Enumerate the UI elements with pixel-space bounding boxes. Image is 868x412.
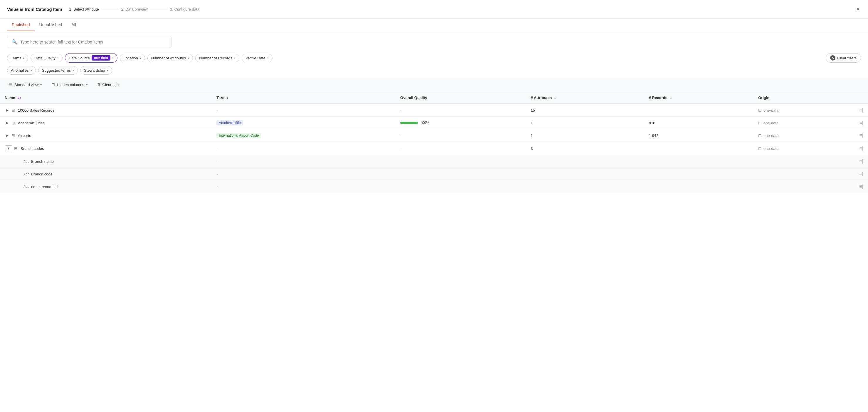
name-sort-icon[interactable]: ≡↑ (17, 96, 21, 100)
tab-all[interactable]: All (67, 19, 81, 31)
row-2-origin: ⊡ one-data (753, 117, 855, 129)
filter-terms-label: Terms (11, 56, 21, 60)
branch-code-attributes (526, 168, 644, 180)
row-2-name: Academic Titles (18, 121, 44, 125)
branch-name-quality (396, 155, 526, 168)
filter-stewardship-chevron: ▾ (107, 69, 108, 72)
filter-data-source[interactable]: Data Source one-data ▾ (65, 53, 118, 63)
dmm-label: dmm_record_id (31, 184, 58, 189)
tab-published[interactable]: Published (7, 19, 35, 31)
branch-name-menu[interactable]: ≡| (855, 155, 868, 168)
clear-filters-icon: ✕ (830, 55, 835, 61)
filter-suggested-terms[interactable]: Suggested terms ▾ (38, 66, 78, 75)
branch-name-origin (753, 155, 855, 168)
branch-code-label: Branch code (31, 172, 53, 176)
table-row: ▼ ⊞ Branch codes - - 3 ⊡ one-data (0, 142, 868, 155)
filter-profile-date[interactable]: Profile Date ▾ (242, 54, 273, 62)
name-cell: ▶ ⊞ 10000 Sales Records (0, 104, 212, 117)
filter-location[interactable]: Location ▾ (120, 54, 145, 62)
row-3-expand-button[interactable]: ▶ (5, 133, 10, 138)
table-icon: ⊞ (11, 120, 15, 125)
filter-location-chevron: ▾ (140, 56, 141, 60)
row-3-origin-icon: ⊡ (758, 133, 762, 138)
dmm-type: Abc (24, 185, 29, 189)
hidden-columns-chevron: ▾ (86, 83, 88, 87)
row-2-attributes: 1 (526, 117, 644, 129)
standard-view-chevron: ▾ (40, 83, 42, 87)
row-3-term-badge: International Airport Code (216, 133, 261, 138)
filter-num-attributes[interactable]: Number of Attributes ▾ (147, 54, 193, 62)
step-line-2 (150, 9, 168, 9)
hidden-columns-button[interactable]: ⊡ Hidden columns ▾ (50, 81, 89, 88)
filter-anomalies[interactable]: Anomalies ▾ (7, 66, 36, 75)
row-3-menu[interactable]: ≡| (855, 129, 868, 142)
dmm-origin (753, 180, 855, 193)
branch-name-terms: - (212, 155, 396, 168)
filters-section: Terms ▾ Data Quality ▾ Data Source one-d… (0, 50, 868, 78)
filter-data-quality[interactable]: Data Quality ▾ (31, 54, 63, 62)
standard-view-button[interactable]: ☰ Standard view ▾ (7, 81, 44, 88)
standard-view-label: Standard view (14, 83, 38, 87)
row-2-records: 818 (644, 117, 753, 129)
row-4-expand-button[interactable]: ▼ (5, 145, 12, 151)
row-1-menu[interactable]: ≡| (855, 104, 868, 117)
branch-name-type: Abc (24, 159, 29, 164)
row-2-expand-button[interactable]: ▶ (5, 120, 10, 125)
filter-profile-date-chevron: ▾ (267, 56, 269, 60)
data-table: Name ≡↑ Terms Overall Quality # Attribut… (0, 92, 868, 193)
filter-stewardship[interactable]: Stewardship ▾ (80, 66, 112, 75)
filters-row-2: Anomalies ▾ Suggested terms ▾ Stewardshi… (7, 66, 861, 75)
attributes-col-menu[interactable]: ≡ (554, 96, 556, 100)
clear-sort-button[interactable]: ⇅ Clear sort (95, 81, 121, 88)
filter-num-records-chevron: ▾ (234, 56, 236, 60)
filter-num-records-label: Number of Records (199, 56, 232, 60)
filter-suggested-terms-label: Suggested terms (42, 68, 71, 72)
sub-name-cell: Abc Branch name (0, 155, 212, 168)
name-cell: ▶ ⊞ Airports (0, 129, 212, 142)
branch-name-records (644, 155, 753, 168)
branch-code-origin (753, 168, 855, 180)
filter-terms[interactable]: Terms ▾ (7, 54, 28, 62)
filter-location-label: Location (124, 56, 138, 60)
row-4-attributes: 3 (526, 142, 644, 155)
dmm-quality (396, 180, 526, 193)
filter-num-records[interactable]: Number of Records ▾ (195, 54, 239, 62)
col-terms: Terms (212, 92, 396, 104)
row-3-attributes: 1 (526, 129, 644, 142)
row-1-records (644, 104, 753, 117)
branch-code-menu[interactable]: ≡| (855, 168, 868, 180)
col-origin: Origin (753, 92, 855, 104)
branch-code-records (644, 168, 753, 180)
row-1-expand-button[interactable]: ▶ (5, 108, 10, 113)
branch-name-label: Branch name (31, 159, 54, 164)
branch-code-type: Abc (24, 172, 29, 176)
step-2: 2. Data preview (121, 7, 148, 11)
hidden-columns-label: Hidden columns (57, 83, 84, 87)
row-2-terms: Academic title (212, 117, 396, 129)
tab-unpublished[interactable]: Unpublished (35, 19, 67, 31)
branch-name-attributes (526, 155, 644, 168)
dmm-attributes (526, 180, 644, 193)
step-line-1 (101, 9, 119, 9)
filter-data-quality-label: Data Quality (34, 56, 56, 60)
table-row: Abc dmm_record_id - ≡| (0, 180, 868, 193)
clear-filters-button[interactable]: ✕ Clear filters (826, 53, 861, 63)
row-4-menu[interactable]: ≡| (855, 142, 868, 155)
records-col-menu[interactable]: ≡ (670, 96, 672, 100)
sub-code-cell: Abc Branch code (0, 168, 212, 180)
modal-header: Value is from Catalog Item 1. Select att… (0, 0, 868, 19)
dmm-menu[interactable]: ≡| (855, 180, 868, 193)
row-1-terms: - (212, 104, 396, 117)
close-button[interactable]: × (855, 5, 861, 14)
row-1-origin: ⊡ one-data (753, 104, 855, 117)
table-header-row: Name ≡↑ Terms Overall Quality # Attribut… (0, 92, 868, 104)
row-2-quality: 100% (396, 117, 526, 129)
sub-dmm-cell: Abc dmm_record_id (0, 180, 212, 193)
clear-sort-label: Clear sort (102, 83, 119, 87)
step-3: 3. Configure data (170, 7, 199, 11)
search-input[interactable] (20, 40, 167, 45)
row-2-menu[interactable]: ≡| (855, 117, 868, 129)
search-icon: 🔍 (11, 39, 17, 45)
row-4-origin-icon: ⊡ (758, 146, 762, 151)
col-records: # Records ≡ (644, 92, 753, 104)
